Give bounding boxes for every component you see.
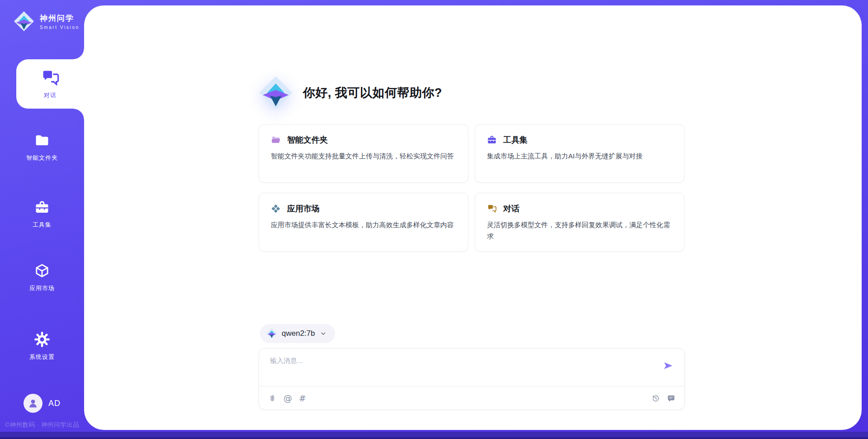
sidebar-item-label: 应用市场 <box>29 284 55 292</box>
attach-file-button[interactable] <box>268 394 277 403</box>
bottom-bar <box>0 432 868 439</box>
sidebar-item-label: 对话 <box>44 91 57 100</box>
message-composer: @ # <box>259 348 685 410</box>
cube-icon <box>34 263 50 278</box>
sidebar: 神州问学 Smart Vision 对话 智能文件夹 工具集 应用市场 系统设置 <box>0 0 84 439</box>
avatar <box>24 394 42 413</box>
person-icon <box>27 397 39 409</box>
card-description: 应用市场提供丰富长文本模板，助力高效生成多样化文章内容 <box>271 219 456 230</box>
model-name: qwen2:7b <box>282 329 315 338</box>
sidebar-item-toolset[interactable]: 工具集 <box>0 200 84 229</box>
send-button[interactable] <box>663 359 675 372</box>
model-selector[interactable]: qwen2:7b <box>260 324 335 343</box>
send-icon <box>663 360 674 371</box>
sidebar-item-chat[interactable]: 对话 <box>16 59 84 109</box>
sidebar-item-app-market[interactable]: 应用市场 <box>0 263 84 292</box>
sidebar-item-label: 系统设置 <box>29 353 55 361</box>
card-title: 应用市场 <box>287 203 320 214</box>
main-content-panel: 你好, 我可以如何帮助你? 智能文件夹 智能文件夹功能支持批量文件上传与清洗，轻… <box>84 5 862 430</box>
card-smart-folder[interactable]: 智能文件夹 智能文件夹功能支持批量文件上传与清洗，轻松实现文件问答 <box>259 124 468 183</box>
conversation-button[interactable] <box>667 394 675 403</box>
brand-subtitle: Smart Vision <box>40 25 80 30</box>
toolbox-icon <box>34 200 50 215</box>
sidebar-item-smart-folder[interactable]: 智能文件夹 <box>0 133 84 162</box>
composer-toolbar: @ # <box>259 386 684 410</box>
sidebar-item-label: 智能文件夹 <box>26 154 58 162</box>
card-description: 集成市场上主流工具，助力AI与外界无缝扩展与对接 <box>487 150 672 162</box>
user-account[interactable]: AD <box>0 394 84 413</box>
feature-cards: 智能文件夹 智能文件夹功能支持批量文件上传与清洗，轻松实现文件问答 工具集 集成… <box>259 124 684 252</box>
card-chat[interactable]: 对话 灵活切换多模型文件，支持多样回复效果调试，满足个性化需求 <box>475 193 684 252</box>
card-description: 智能文件夹功能支持批量文件上传与清洗，轻松实现文件问答 <box>271 150 456 162</box>
message-input[interactable] <box>259 348 648 385</box>
sidebar-item-settings[interactable]: 系统设置 <box>0 332 84 361</box>
history-button[interactable] <box>651 394 660 403</box>
greeting-block: 你好, 我可以如何帮助你? <box>259 76 442 110</box>
gem-logo-icon <box>266 328 277 339</box>
user-initials: AD <box>48 399 61 408</box>
card-title: 工具集 <box>503 134 528 145</box>
chat-icon <box>41 68 60 87</box>
grid-icon <box>271 204 281 214</box>
mention-button[interactable]: @ <box>283 394 292 403</box>
card-toolset[interactable]: 工具集 集成市场上主流工具，助力AI与外界无缝扩展与对接 <box>475 124 684 183</box>
tab-fillet-top <box>73 48 84 59</box>
chevron-down-icon <box>320 330 327 337</box>
chat-bubble-icon <box>667 394 675 403</box>
paperclip-icon <box>268 394 277 403</box>
chat-icon <box>487 204 497 214</box>
card-app-market[interactable]: 应用市场 应用市场提供丰富长文本模板，助力高效生成多样化文章内容 <box>259 193 468 252</box>
brand-name: 神州问学 <box>40 13 80 24</box>
toolbox-icon <box>487 135 497 145</box>
copyright-text: ©神州数码 · 神州问学出品 <box>0 421 84 429</box>
greeting-text: 你好, 我可以如何帮助你? <box>303 85 442 101</box>
card-title: 智能文件夹 <box>287 134 328 145</box>
card-title: 对话 <box>503 203 519 214</box>
sidebar-item-label: 工具集 <box>33 221 52 229</box>
brand-gem-logo-icon <box>14 11 34 32</box>
card-description: 灵活切换多模型文件，支持多样回复效果调试，满足个性化需求 <box>487 219 672 242</box>
folder-open-icon <box>271 135 281 145</box>
gear-icon <box>34 332 50 347</box>
tab-fillet-bottom <box>73 109 84 119</box>
gem-logo-icon <box>259 76 293 110</box>
hashtag-button[interactable]: # <box>299 394 306 403</box>
history-icon <box>651 394 660 403</box>
folder-icon <box>34 133 50 148</box>
brand: 神州问学 Smart Vision <box>14 11 80 32</box>
